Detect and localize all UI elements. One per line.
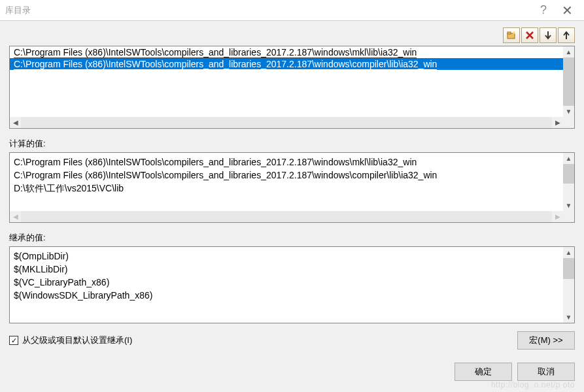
arrow-up-icon: [561, 30, 572, 41]
macros-button[interactable]: 宏(M) >>: [517, 331, 575, 350]
inherit-checkbox[interactable]: ✓ 从父级或项目默认设置继承(I): [9, 335, 132, 346]
directories-listbox[interactable]: C:\Program Files (x86)\IntelSWTools\comp…: [9, 46, 575, 129]
evaluated-items: C:\Program Files (x86)\IntelSWTools\comp…: [10, 153, 563, 211]
new-line-button[interactable]: [503, 27, 520, 43]
list-item-text: C:\Program Files (x86)\IntelSWTools\comp…: [14, 47, 417, 58]
inherited-listbox: $(OmpLibDir) $(MKLLibDir) $(VC_LibraryPa…: [9, 246, 575, 323]
list-item: C:\Program Files (x86)\IntelSWTools\comp…: [14, 155, 559, 169]
scroll-thumb[interactable]: [563, 258, 574, 279]
ok-button[interactable]: 确定: [455, 363, 512, 381]
scroll-thumb[interactable]: [563, 57, 574, 106]
list-item: $(MKLLibDir): [14, 263, 559, 276]
list-item[interactable]: C:\Program Files (x86)\IntelSWTools\comp…: [10, 58, 563, 70]
close-button[interactable]: ✕: [555, 3, 579, 18]
scroll-down-icon[interactable]: ▼: [563, 200, 574, 211]
list-item[interactable]: C:\Program Files (x86)\IntelSWTools\comp…: [10, 46, 563, 58]
delete-button[interactable]: [521, 27, 538, 43]
list-item: $(VC_LibraryPath_x86): [14, 276, 559, 289]
scroll-up-icon[interactable]: ▲: [563, 46, 574, 57]
folder-new-icon: [506, 30, 517, 41]
scroll-right-icon[interactable]: ▶: [552, 117, 563, 128]
list-item-text: C:\Program Files (x86)\IntelSWTools\comp…: [14, 59, 437, 70]
watermark: http://blog. n.net/p oto: [491, 380, 575, 389]
inherited-items: $(OmpLibDir) $(MKLLibDir) $(VC_LibraryPa…: [10, 247, 563, 323]
svg-point-2: [513, 31, 515, 34]
arrow-down-icon: [543, 30, 553, 41]
checkbox-icon: ✓: [9, 336, 18, 345]
dialog-body: C:\Program Files (x86)\IntelSWTools\comp…: [0, 21, 584, 381]
titlebar: 库目录 ? ✕: [0, 0, 584, 21]
vertical-scrollbar[interactable]: ▲ ▼: [563, 46, 574, 117]
scroll-track[interactable]: [21, 117, 552, 128]
move-down-button[interactable]: [540, 27, 557, 43]
scroll-up-icon[interactable]: ▲: [563, 153, 574, 164]
window-title: 库目录: [5, 5, 532, 16]
help-button[interactable]: ?: [532, 3, 555, 17]
horizontal-scrollbar[interactable]: ◀ ▶: [10, 117, 563, 128]
cancel-button[interactable]: 取消: [517, 363, 575, 381]
directories-items: C:\Program Files (x86)\IntelSWTools\comp…: [10, 46, 563, 117]
scroll-left-icon: ◀: [10, 211, 21, 222]
scroll-up-icon[interactable]: ▲: [563, 247, 574, 258]
horizontal-scrollbar: ◀ ▶: [10, 211, 563, 222]
scroll-down-icon[interactable]: ▼: [563, 312, 574, 323]
scroll-left-icon[interactable]: ◀: [10, 117, 21, 128]
inherit-checkbox-label: 从父级或项目默认设置继承(I): [22, 335, 132, 346]
vertical-scrollbar[interactable]: ▲ ▼: [563, 247, 574, 323]
move-up-button[interactable]: [558, 27, 575, 43]
svg-rect-1: [507, 32, 511, 34]
list-toolbar: [9, 27, 575, 43]
delete-x-icon: [524, 30, 535, 41]
scroll-right-icon: ▶: [552, 211, 563, 222]
list-item: C:\Program Files (x86)\IntelSWTools\comp…: [14, 169, 559, 182]
list-item: D:\软件\工作\vs2015\VC\lib: [14, 182, 559, 195]
scroll-thumb[interactable]: [563, 164, 574, 184]
scroll-down-icon[interactable]: ▼: [563, 106, 574, 117]
list-item: $(OmpLibDir): [14, 250, 559, 263]
list-item: $(WindowsSDK_LibraryPath_x86): [14, 289, 559, 302]
scroll-corner: [563, 211, 574, 222]
evaluated-label: 计算的值:: [9, 138, 575, 150]
dialog-buttons: 确定 取消: [9, 363, 575, 381]
options-row: ✓ 从父级或项目默认设置继承(I) 宏(M) >>: [9, 331, 575, 350]
vertical-scrollbar[interactable]: ▲ ▼: [563, 153, 574, 211]
inherited-label: 继承的值:: [9, 232, 575, 244]
scroll-corner: [563, 117, 574, 128]
evaluated-listbox: C:\Program Files (x86)\IntelSWTools\comp…: [9, 152, 575, 223]
scroll-track: [21, 211, 552, 222]
